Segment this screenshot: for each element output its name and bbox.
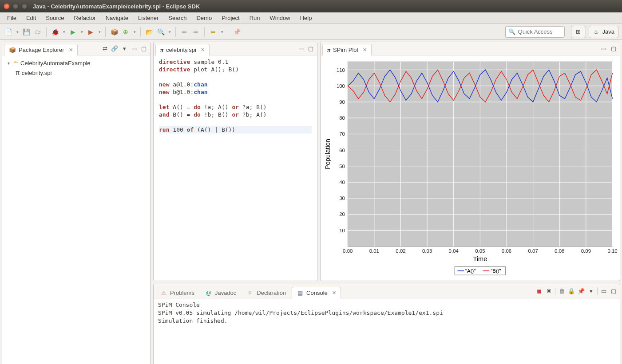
package-icon: 📦 <box>9 47 16 54</box>
svg-text:"A()": "A()" <box>465 268 475 274</box>
maximize-icon[interactable]: ▢ <box>140 45 147 52</box>
minimize-icon[interactable]: ▭ <box>131 45 138 52</box>
menu-source[interactable]: Source <box>41 13 68 23</box>
problems-tab[interactable]: ⚠Problems <box>155 287 199 298</box>
menu-demo[interactable]: Demo <box>192 13 216 23</box>
menu-edit[interactable]: Edit <box>22 13 40 23</box>
search-icon: 🔍 <box>508 28 515 35</box>
spim-plot-tab[interactable]: π SPim Plot ✕ <box>322 44 372 55</box>
window-minimize-button[interactable] <box>12 3 19 9</box>
menu-help[interactable]: Help <box>296 13 317 23</box>
svg-text:0.10: 0.10 <box>607 248 617 254</box>
javadoc-tab[interactable]: @Javadoc <box>200 287 241 298</box>
svg-text:100: 100 <box>337 83 345 89</box>
remove-launch-icon[interactable]: ✖ <box>545 288 552 295</box>
svg-text:Population: Population <box>324 139 331 169</box>
menu-refactor[interactable]: Refactor <box>70 13 100 23</box>
save-all-button[interactable]: 🗂 <box>33 27 43 37</box>
debug-dropdown-icon[interactable]: ▾ <box>62 27 66 37</box>
open-type-button[interactable]: 📂 <box>144 27 154 37</box>
menu-run[interactable]: Run <box>245 13 265 23</box>
perspective-label: Java <box>602 28 614 35</box>
editor-panel: π celebrity.spi ✕ ▭ ▢ directive sample 0… <box>153 42 317 281</box>
svg-text:Time: Time <box>473 255 487 262</box>
main-toolbar: 📄 ▾ 💾 🗂 🐞 ▾ ▶ ▾ ▶ ▾ 📦 ⊕ ▾ 📂 🔍 ▾ ⬅ ➡ ⬅ ▾ … <box>0 24 622 40</box>
svg-text:60: 60 <box>339 148 345 153</box>
package-explorer-tab[interactable]: 📦 Package Explorer ✕ <box>4 44 78 55</box>
menu-file[interactable]: File <box>3 13 21 23</box>
maximize-icon[interactable]: ▢ <box>610 45 617 52</box>
new-dropdown-icon[interactable]: ▾ <box>15 27 20 37</box>
menu-bar: File Edit Source Refactor Navigate Liste… <box>0 12 622 24</box>
link-editor-icon[interactable]: 🔗 <box>111 45 118 52</box>
quick-access-input[interactable] <box>517 28 562 35</box>
svg-text:0.00: 0.00 <box>343 248 353 254</box>
save-button[interactable]: 💾 <box>21 27 31 37</box>
pin-button[interactable]: 📌 <box>232 27 242 37</box>
console-icon: ▤ <box>297 289 304 296</box>
new-package-button[interactable]: 📦 <box>109 27 119 37</box>
javadoc-icon: @ <box>205 289 212 296</box>
window-maximize-button[interactable] <box>21 3 28 9</box>
java-perspective-button[interactable]: ♨ Java <box>589 26 618 38</box>
last-edit-button[interactable]: ⬅ <box>208 27 218 37</box>
menu-window[interactable]: Window <box>265 13 294 23</box>
window-close-button[interactable] <box>4 3 10 9</box>
run-last-button[interactable]: ▶ <box>86 27 95 37</box>
menu-search[interactable]: Search <box>164 13 191 23</box>
menu-listener[interactable]: Listener <box>134 13 163 23</box>
svg-text:110: 110 <box>337 67 345 73</box>
close-icon[interactable]: ✕ <box>363 47 367 53</box>
type-dropdown-icon[interactable]: ▾ <box>132 27 137 37</box>
maximize-icon[interactable]: ▢ <box>610 288 617 295</box>
pin-console-icon[interactable]: 📌 <box>578 288 585 295</box>
new-class-button[interactable]: ⊕ <box>121 27 131 37</box>
declaration-tab[interactable]: ⎘Declaration <box>242 287 291 298</box>
console-tab[interactable]: ▤Console✕ <box>292 287 341 298</box>
run-dropdown-icon[interactable]: ▾ <box>79 27 84 37</box>
quick-access[interactable]: 🔍 <box>505 26 565 38</box>
minimize-icon[interactable]: ▭ <box>600 45 607 52</box>
file-node[interactable]: π celebrity.spi <box>4 68 148 78</box>
search-dropdown-icon[interactable]: ▾ <box>167 27 172 37</box>
menu-navigate[interactable]: Navigate <box>101 13 133 23</box>
svg-text:0.07: 0.07 <box>528 248 538 254</box>
nav-fwd-button[interactable]: ➡ <box>191 27 201 37</box>
file-label: celebrity.spi <box>22 70 52 76</box>
last-edit-dropdown-icon[interactable]: ▾ <box>220 27 224 37</box>
svg-text:0.05: 0.05 <box>475 248 485 254</box>
close-icon[interactable]: ✕ <box>201 47 205 53</box>
svg-text:0.01: 0.01 <box>369 248 379 254</box>
terminate-icon[interactable]: ◼ <box>535 288 543 295</box>
editor-tab[interactable]: π celebrity.spi ✕ <box>155 44 210 55</box>
nav-back-button[interactable]: ⬅ <box>179 27 189 37</box>
svg-text:0.02: 0.02 <box>396 248 405 254</box>
display-console-icon[interactable]: ▾ <box>587 288 594 295</box>
clear-console-icon[interactable]: 🗑 <box>558 288 565 295</box>
menu-project[interactable]: Project <box>217 13 244 23</box>
svg-text:0.04: 0.04 <box>449 248 459 254</box>
expand-icon[interactable]: ▾ <box>6 61 11 66</box>
console-output[interactable]: SPiM Console SPiM v0.05 simulating /home… <box>154 298 620 364</box>
run-button[interactable]: ▶ <box>68 27 78 37</box>
search-button[interactable]: 🔍 <box>156 27 166 37</box>
run-last-dropdown-icon[interactable]: ▾ <box>97 27 102 37</box>
view-menu-icon[interactable]: ▾ <box>121 45 128 52</box>
spi-file-icon: π <box>16 69 20 76</box>
scroll-lock-icon[interactable]: 🔒 <box>568 288 575 295</box>
minimize-icon[interactable]: ▭ <box>297 45 305 52</box>
open-perspective-button[interactable]: ⊞ <box>571 26 586 38</box>
new-button[interactable]: 📄 <box>4 27 13 37</box>
code-editor[interactable]: directive sample 0.1 directive plot A();… <box>154 55 317 281</box>
pi-icon: π <box>327 47 330 54</box>
close-icon[interactable]: ✕ <box>69 47 73 53</box>
project-node[interactable]: ▾ 🗀 CelebrityAutomataExample <box>4 58 148 68</box>
collapse-all-icon[interactable]: ⇄ <box>101 45 108 52</box>
spi-file-icon: π <box>160 47 163 54</box>
close-icon[interactable]: ✕ <box>332 290 336 296</box>
svg-text:0.03: 0.03 <box>422 248 432 254</box>
maximize-icon[interactable]: ▢ <box>307 45 314 52</box>
debug-button[interactable]: 🐞 <box>50 27 60 37</box>
minimize-icon[interactable]: ▭ <box>600 288 607 295</box>
project-tree[interactable]: ▾ 🗀 CelebrityAutomataExample π celebrity… <box>2 55 150 364</box>
